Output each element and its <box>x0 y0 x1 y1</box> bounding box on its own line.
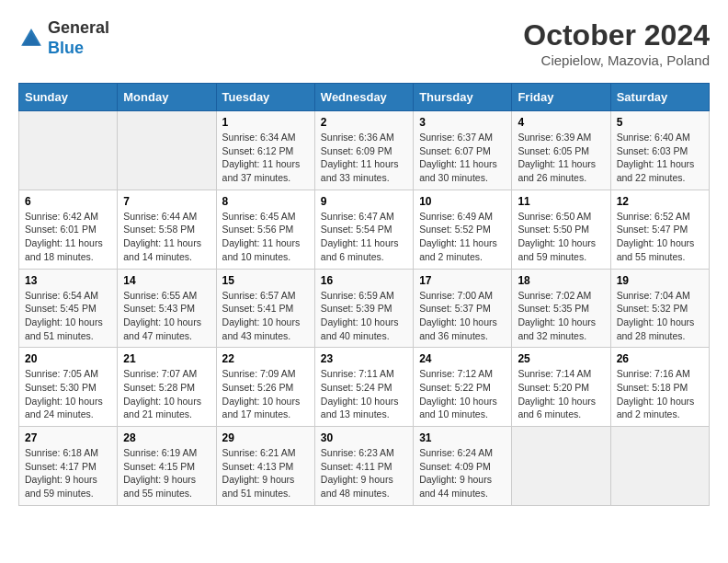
day-number: 29 <box>222 431 309 444</box>
calendar-cell: 19Sunrise: 7:04 AMSunset: 5:32 PMDayligh… <box>610 269 709 348</box>
calendar-cell: 26Sunrise: 7:16 AMSunset: 5:18 PMDayligh… <box>610 348 709 427</box>
day-number: 8 <box>222 195 309 208</box>
day-info: Sunrise: 6:59 AMSunset: 5:39 PMDaylight:… <box>321 290 399 341</box>
calendar-table: SundayMondayTuesdayWednesdayThursdayFrid… <box>18 83 710 506</box>
day-info: Sunrise: 7:11 AMSunset: 5:24 PMDaylight:… <box>321 368 399 419</box>
calendar-cell: 27Sunrise: 6:18 AMSunset: 4:17 PMDayligh… <box>19 427 118 506</box>
day-info: Sunrise: 6:50 AMSunset: 5:50 PMDaylight:… <box>518 211 596 262</box>
day-number: 26 <box>617 352 703 365</box>
day-number: 6 <box>25 195 111 208</box>
calendar-cell: 24Sunrise: 7:12 AMSunset: 5:22 PMDayligh… <box>414 348 512 427</box>
day-number: 17 <box>419 274 506 287</box>
calendar-cell: 29Sunrise: 6:21 AMSunset: 4:13 PMDayligh… <box>216 427 314 506</box>
day-number: 21 <box>123 352 210 365</box>
day-info: Sunrise: 6:19 AMSunset: 4:15 PMDaylight:… <box>123 447 197 499</box>
day-number: 19 <box>617 274 703 287</box>
day-number: 25 <box>518 352 604 365</box>
day-number: 18 <box>518 274 604 287</box>
day-number: 27 <box>25 431 111 444</box>
calendar-cell: 20Sunrise: 7:05 AMSunset: 5:30 PMDayligh… <box>19 348 118 427</box>
day-info: Sunrise: 6:52 AMSunset: 5:47 PMDaylight:… <box>617 211 695 262</box>
day-number: 14 <box>123 274 210 287</box>
day-info: Sunrise: 6:55 AMSunset: 5:43 PMDaylight:… <box>123 290 201 341</box>
day-info: Sunrise: 7:00 AMSunset: 5:37 PMDaylight:… <box>419 290 497 341</box>
day-number: 16 <box>321 274 407 287</box>
day-number: 10 <box>419 195 506 208</box>
calendar-cell: 2Sunrise: 6:36 AMSunset: 6:09 PMDaylight… <box>314 111 413 190</box>
weekday-header-friday: Friday <box>512 84 610 111</box>
day-number: 30 <box>321 431 407 444</box>
calendar-cell: 13Sunrise: 6:54 AMSunset: 5:45 PMDayligh… <box>19 269 118 348</box>
calendar-cell: 5Sunrise: 6:40 AMSunset: 6:03 PMDaylight… <box>610 111 709 190</box>
calendar-week-2: 6Sunrise: 6:42 AMSunset: 6:01 PMDaylight… <box>19 190 710 269</box>
day-info: Sunrise: 7:09 AMSunset: 5:26 PMDaylight:… <box>222 368 301 419</box>
day-info: Sunrise: 6:24 AMSunset: 4:09 PMDaylight:… <box>419 447 493 499</box>
day-number: 9 <box>321 195 407 208</box>
day-number: 22 <box>222 352 309 365</box>
logo-icon <box>18 26 44 52</box>
day-info: Sunrise: 7:14 AMSunset: 5:20 PMDaylight:… <box>518 368 596 419</box>
day-number: 4 <box>518 116 604 129</box>
calendar-header: SundayMondayTuesdayWednesdayThursdayFrid… <box>19 84 710 111</box>
calendar-cell <box>610 427 709 506</box>
weekday-header-sunday: Sunday <box>19 84 118 111</box>
weekday-header-monday: Monday <box>118 84 216 111</box>
calendar-cell: 4Sunrise: 6:39 AMSunset: 6:05 PMDaylight… <box>512 111 610 190</box>
weekday-header-wednesday: Wednesday <box>314 84 413 111</box>
calendar-cell: 8Sunrise: 6:45 AMSunset: 5:56 PMDaylight… <box>216 190 314 269</box>
calendar-cell: 7Sunrise: 6:44 AMSunset: 5:58 PMDaylight… <box>118 190 216 269</box>
calendar-cell: 14Sunrise: 6:55 AMSunset: 5:43 PMDayligh… <box>118 269 216 348</box>
day-number: 15 <box>222 274 309 287</box>
day-info: Sunrise: 6:36 AMSunset: 6:09 PMDaylight:… <box>321 132 399 183</box>
calendar-cell: 9Sunrise: 6:47 AMSunset: 5:54 PMDaylight… <box>314 190 413 269</box>
calendar-cell: 6Sunrise: 6:42 AMSunset: 6:01 PMDaylight… <box>19 190 118 269</box>
weekday-header-tuesday: Tuesday <box>216 84 314 111</box>
day-info: Sunrise: 6:45 AMSunset: 5:56 PMDaylight:… <box>222 211 301 262</box>
day-number: 20 <box>25 352 111 365</box>
day-info: Sunrise: 6:44 AMSunset: 5:58 PMDaylight:… <box>123 211 201 262</box>
calendar-body: 1Sunrise: 6:34 AMSunset: 6:12 PMDaylight… <box>19 111 710 506</box>
calendar-cell: 17Sunrise: 7:00 AMSunset: 5:37 PMDayligh… <box>414 269 512 348</box>
day-info: Sunrise: 6:39 AMSunset: 6:05 PMDaylight:… <box>518 132 596 183</box>
day-info: Sunrise: 6:21 AMSunset: 4:13 PMDaylight:… <box>222 447 296 499</box>
day-info: Sunrise: 7:04 AMSunset: 5:32 PMDaylight:… <box>617 290 695 341</box>
month-title: October 2024 <box>523 18 710 52</box>
weekday-header-thursday: Thursday <box>414 84 512 111</box>
day-number: 12 <box>617 195 703 208</box>
page-header: General Blue October 2024 Ciepielow, Maz… <box>18 18 710 68</box>
day-info: Sunrise: 7:02 AMSunset: 5:35 PMDaylight:… <box>518 290 596 341</box>
logo-blue-text: Blue <box>48 39 84 57</box>
day-info: Sunrise: 6:18 AMSunset: 4:17 PMDaylight:… <box>25 447 98 499</box>
day-info: Sunrise: 7:07 AMSunset: 5:28 PMDaylight:… <box>123 368 201 419</box>
day-number: 24 <box>419 352 506 365</box>
day-info: Sunrise: 6:47 AMSunset: 5:54 PMDaylight:… <box>321 211 399 262</box>
day-number: 7 <box>123 195 210 208</box>
location-title: Ciepielow, Mazovia, Poland <box>523 52 710 68</box>
day-number: 28 <box>123 431 210 444</box>
day-info: Sunrise: 6:40 AMSunset: 6:03 PMDaylight:… <box>617 132 695 183</box>
calendar-cell: 3Sunrise: 6:37 AMSunset: 6:07 PMDaylight… <box>414 111 512 190</box>
calendar-cell: 1Sunrise: 6:34 AMSunset: 6:12 PMDaylight… <box>216 111 314 190</box>
calendar-cell: 15Sunrise: 6:57 AMSunset: 5:41 PMDayligh… <box>216 269 314 348</box>
logo-general-text: General <box>48 18 109 37</box>
calendar-cell <box>19 111 118 190</box>
calendar-cell <box>118 111 216 190</box>
day-number: 5 <box>617 116 703 129</box>
calendar-cell: 10Sunrise: 6:49 AMSunset: 5:52 PMDayligh… <box>414 190 512 269</box>
day-number: 3 <box>419 116 506 129</box>
calendar-week-4: 20Sunrise: 7:05 AMSunset: 5:30 PMDayligh… <box>19 348 710 427</box>
day-number: 2 <box>321 116 407 129</box>
calendar-cell: 21Sunrise: 7:07 AMSunset: 5:28 PMDayligh… <box>118 348 216 427</box>
day-info: Sunrise: 6:49 AMSunset: 5:52 PMDaylight:… <box>419 211 497 262</box>
calendar-cell: 16Sunrise: 6:59 AMSunset: 5:39 PMDayligh… <box>314 269 413 348</box>
day-number: 1 <box>222 116 309 129</box>
calendar-week-3: 13Sunrise: 6:54 AMSunset: 5:45 PMDayligh… <box>19 269 710 348</box>
day-info: Sunrise: 7:12 AMSunset: 5:22 PMDaylight:… <box>419 368 497 419</box>
calendar-cell: 11Sunrise: 6:50 AMSunset: 5:50 PMDayligh… <box>512 190 610 269</box>
day-info: Sunrise: 7:05 AMSunset: 5:30 PMDaylight:… <box>25 368 103 419</box>
day-info: Sunrise: 6:54 AMSunset: 5:45 PMDaylight:… <box>25 290 103 341</box>
calendar-cell: 12Sunrise: 6:52 AMSunset: 5:47 PMDayligh… <box>610 190 709 269</box>
day-info: Sunrise: 6:57 AMSunset: 5:41 PMDaylight:… <box>222 290 301 341</box>
calendar-week-5: 27Sunrise: 6:18 AMSunset: 4:17 PMDayligh… <box>19 427 710 506</box>
weekday-header-saturday: Saturday <box>610 84 709 111</box>
